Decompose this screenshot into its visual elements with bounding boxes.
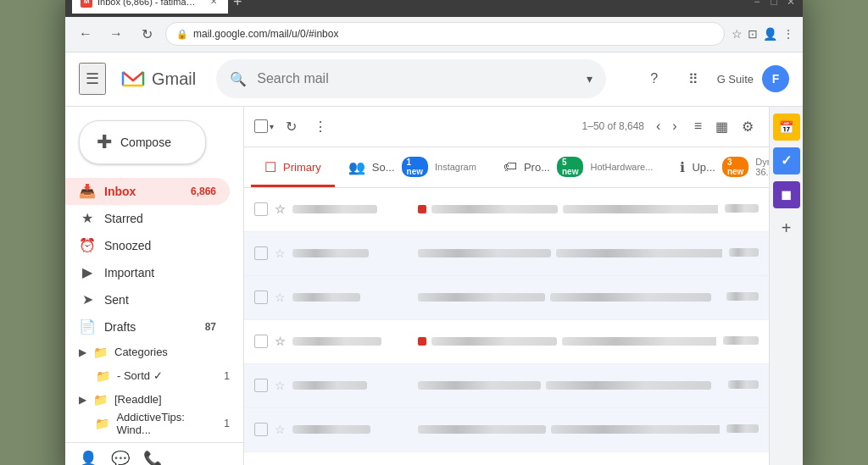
menu-button[interactable]: ☰ [79,63,106,95]
date-text [726,292,759,301]
tasks-app-icon[interactable]: ✓ [773,147,800,174]
unread-indicator [418,337,426,346]
sidebar-item-inbox[interactable]: 📥 Inbox 6,866 [65,178,230,205]
sidebar-item-starred[interactable]: ★ Starred [65,205,230,232]
apps-button[interactable]: ⠿ [678,64,709,94]
view-list-button[interactable]: ▦ [710,113,733,140]
snippet-text [556,247,722,260]
chat-icon[interactable]: 💬 [111,450,130,466]
browser-window: M Inbox (6,866) - fatima@addictive... ✕ … [65,0,803,465]
row-sender [292,379,411,392]
row-star-icon[interactable]: ☆ [275,291,286,304]
tab-primary[interactable]: ☐ Primary [251,150,335,187]
email-row[interactable]: ☆ [244,232,769,276]
sidebar-item-sent[interactable]: ➤ Sent [65,286,230,313]
url-text: mail.google.com/mail/u/0/#inbox [193,28,338,40]
tab-promotions[interactable]: 🏷 Pro... 5 new HotHardware... [490,150,667,187]
back-button[interactable]: ← [74,22,97,46]
primary-tab-icon: ☐ [264,159,276,175]
row-date [728,379,759,391]
email-row[interactable]: ☆ [244,364,769,408]
drafts-count: 87 [205,321,216,333]
checkbox[interactable] [254,119,268,133]
refresh-button[interactable]: ↻ [281,113,302,140]
row-checkbox[interactable] [254,246,268,260]
url-bar[interactable]: 🔒 mail.google.com/mail/u/0/#inbox [165,22,725,46]
updates-tab-icon: ℹ [680,159,685,175]
email-row[interactable]: ☆ [244,320,769,364]
sidebar-item-addictive[interactable]: 📁 AddictiveTips: Wind... 1 [65,412,243,435]
bookmark-icon[interactable]: ☆ [732,27,743,41]
address-actions: ☆ ⊡ 👤 ⋮ [732,27,794,41]
row-star-icon[interactable]: ☆ [275,379,286,392]
right-panel: 📅 ✓ ◼ + [769,107,803,466]
extensions-icon[interactable]: ⋮ [782,27,794,41]
row-content [418,291,720,304]
prev-page-button[interactable]: ‹ [651,113,665,139]
cast-icon[interactable]: ⊡ [748,27,758,41]
row-sender [292,247,411,260]
new-tab-button[interactable]: + [233,0,242,9]
sidebar-item-important[interactable]: ▶ Important [65,259,230,286]
sidebar-item-readdle[interactable]: ▶ 📁 [Readdle] [65,388,243,412]
minimize-button[interactable]: − [752,0,762,7]
categories-folder-icon: 📁 [93,346,108,359]
row-star-icon[interactable]: ☆ [275,423,286,436]
settings-button[interactable]: ⚙ [737,113,759,140]
sidebar-item-snoozed[interactable]: ⏰ Snoozed [65,232,230,259]
avatar[interactable]: F [762,65,789,92]
row-star-icon[interactable]: ☆ [275,335,286,348]
tab-social[interactable]: 👥 So... 1 new Instagram [335,150,490,187]
profile-icon[interactable]: 👤 [763,27,777,41]
close-button[interactable]: ✕ [786,0,796,7]
row-star-icon[interactable]: ☆ [275,246,286,260]
calendar-app-icon[interactable]: 📅 [773,113,800,141]
tab-updates[interactable]: ℹ Up... 3 new Dynamics 36... [666,150,769,187]
phone-icon[interactable]: 📞 [143,450,162,466]
help-button[interactable]: ? [639,64,670,94]
row-checkbox[interactable] [254,423,268,436]
snippet-text [546,379,711,392]
row-checkbox[interactable] [254,379,268,392]
select-all-checkbox[interactable]: ▾ [254,119,274,133]
sidebar-item-categories[interactable]: ▶ 📁 Categories [65,340,243,364]
email-rows: ☆ [244,188,769,466]
compose-button[interactable]: ✚ Compose [79,120,206,164]
keep-app-icon[interactable]: ◼ [773,181,800,208]
sidebar-item-drafts[interactable]: 📄 Drafts 87 [65,313,230,340]
search-input[interactable] [257,71,576,86]
contacts-icon[interactable]: 👤 [79,450,97,466]
forward-button[interactable]: → [104,22,128,46]
sender-text [292,293,360,302]
add-app-icon[interactable]: + [773,215,800,242]
row-date [723,335,759,347]
email-row[interactable]: ☆ [244,408,769,452]
email-row[interactable]: ☆ [244,276,769,320]
email-toolbar: ▾ ↻ ⋮ 1–50 of 8,648 ‹ › ≡ ▦ ⚙ [244,107,769,147]
browser-tab[interactable]: M Inbox (6,866) - fatima@addictive... ✕ [72,0,228,14]
row-checkbox[interactable] [254,335,268,348]
next-page-button[interactable]: › [667,113,682,139]
email-row[interactable]: ☆ [244,188,769,232]
maximize-button[interactable]: □ [769,0,779,7]
snippet-blurred [551,425,720,434]
starred-icon: ★ [79,210,96,226]
reload-button[interactable]: ↻ [135,22,159,46]
subject-text [418,425,546,434]
search-dropdown-icon[interactable]: ▾ [587,72,593,86]
tab-close-button[interactable]: ✕ [208,0,220,8]
row-date [726,291,759,303]
snippet-blurred [563,205,718,213]
more-options-button[interactable]: ⋮ [309,113,332,140]
row-checkbox[interactable] [254,202,268,216]
sender-text [292,381,367,390]
view-split-button[interactable]: ≡ [689,113,707,140]
search-bar[interactable]: 🔍 ▾ [216,59,606,98]
row-checkbox[interactable] [254,291,268,304]
social-tab-icon: 👥 [348,159,365,175]
unread-indicator [418,205,426,213]
row-star-icon[interactable]: ☆ [275,202,286,216]
checkbox-dropdown-icon[interactable]: ▾ [270,122,274,131]
gmail-m-logo [120,65,147,92]
sidebar-item-sortd[interactable]: 📁 - Sortd ✓ 1 [65,364,243,388]
